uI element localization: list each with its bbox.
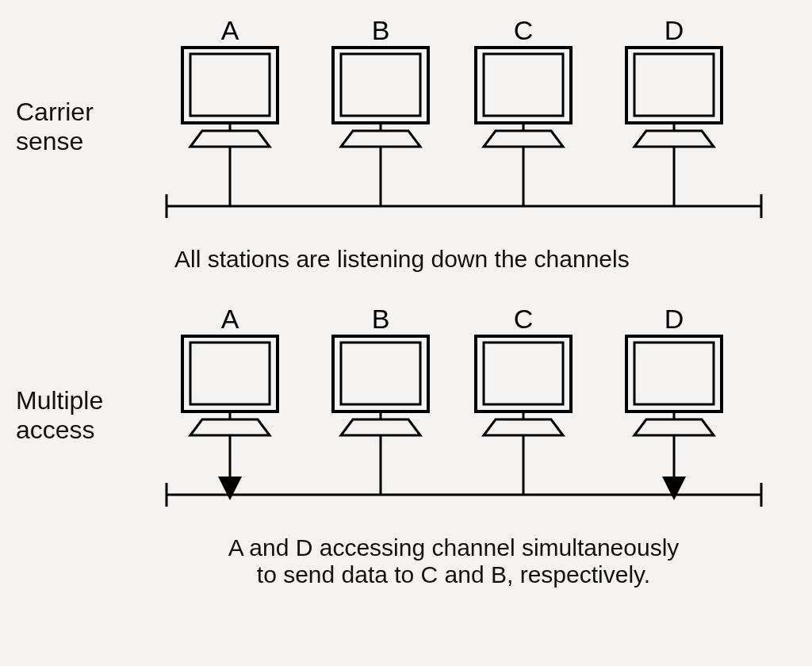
- carrier-sense-svg: A B C D: [159, 16, 785, 238]
- computer-icon: [333, 48, 428, 147]
- carrier-sense-stage: A B C D: [159, 16, 796, 238]
- multiple-access-stage: A B C D: [159, 304, 796, 526]
- station-letter-c: C: [514, 16, 534, 45]
- multiple-access-label: Multiple access: [16, 386, 159, 445]
- computer-icon: [626, 336, 722, 435]
- label-line: access: [16, 415, 95, 444]
- station-letter-a: A: [221, 16, 239, 45]
- station-letter-a: A: [221, 304, 239, 334]
- computer-icon: [626, 48, 722, 147]
- computer-icon: [476, 48, 571, 147]
- carrier-sense-caption: All stations are listening down the chan…: [174, 246, 796, 273]
- label-line: Multiple: [16, 386, 103, 415]
- station-letter-d: D: [665, 304, 684, 334]
- computer-icon: [476, 336, 571, 435]
- label-line: sense: [16, 127, 83, 155]
- caption-line: to send data to C and B, respectively.: [257, 561, 650, 588]
- multiple-access-section: Multiple access A B C D: [16, 304, 796, 526]
- carrier-sense-section: Carrier sense A B C D: [16, 16, 796, 238]
- carrier-sense-label: Carrier sense: [16, 98, 159, 156]
- computer-icon: [333, 336, 428, 435]
- computer-icon: [182, 336, 278, 435]
- label-line: Carrier: [16, 98, 94, 126]
- station-letter-b: B: [372, 304, 390, 334]
- multiple-access-caption: A and D accessing channel simultaneously…: [143, 534, 764, 588]
- station-letter-c: C: [514, 304, 534, 334]
- caption-line: A and D accessing channel simultaneously: [228, 534, 680, 561]
- multiple-access-svg: A B C D: [159, 304, 785, 526]
- station-letter-d: D: [665, 16, 684, 45]
- computer-icon: [182, 48, 278, 147]
- station-letter-b: B: [372, 16, 390, 45]
